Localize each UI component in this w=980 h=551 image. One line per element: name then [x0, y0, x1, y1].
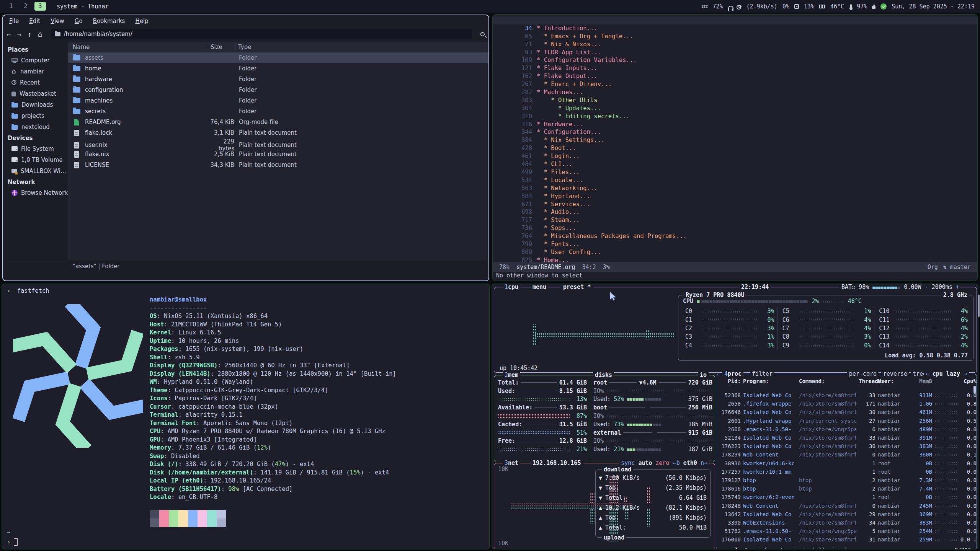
line-number: 799	[514, 240, 532, 248]
sidebar-item[interactable]: nextcloud	[3, 121, 68, 132]
process-row[interactable]: 178248 Web Content /nix/store/sm8fmrf3wp…	[716, 501, 977, 510]
process-row[interactable]: 3390 WebExtensions /nix/store/sm8fmrf3wp…	[716, 518, 977, 527]
menu-item[interactable]: Go	[75, 18, 83, 24]
path-text[interactable]: /home/nambiar/system/	[64, 31, 132, 37]
process-row[interactable]: 176223 Isolated Web Co /nix/store/sm8fmr…	[716, 442, 977, 450]
sidebar-item[interactable]: Downloads	[3, 99, 68, 110]
search-icon[interactable]	[480, 32, 485, 36]
file-row[interactable]: LICENSE 34,3 KiB Plain text document	[68, 160, 488, 170]
path-bar[interactable]: /home/nambiar/system/	[51, 29, 472, 39]
sidebar-item[interactable]: Browse Network	[3, 187, 68, 198]
process-row[interactable]: 13642 Isolated Web Co /nix/store/sm8fmrf…	[716, 510, 977, 518]
status-ok-icon[interactable]	[880, 3, 887, 10]
clock[interactable]: Sun, 28 Sep 2025 - 22:19	[892, 3, 975, 10]
proc-tab[interactable]: 4proc	[722, 370, 743, 377]
io-tab[interactable]: io	[698, 372, 709, 378]
screen-edge-scrollbar[interactable]	[978, 295, 980, 317]
reverse-button[interactable]: reverse	[881, 370, 909, 377]
col-command[interactable]: Command:	[799, 378, 856, 390]
file-row[interactable]: configuration Folder	[68, 85, 488, 95]
sidebar-item[interactable]: projects	[3, 110, 68, 121]
process-row[interactable]: 51762 .emacs-31.0.50- /nix/store/wnqz5pa…	[716, 527, 977, 535]
preset-tab[interactable]: preset *	[561, 284, 593, 290]
filter-button[interactable]: filter	[750, 370, 774, 377]
column-header-size[interactable]: Size	[208, 43, 236, 51]
up-button[interactable]: ↑	[28, 30, 32, 38]
process-cpu-graph	[934, 496, 957, 499]
signals-key[interactable]: signals	[828, 547, 851, 549]
file-row[interactable]: secrets Folder	[68, 106, 488, 117]
column-header-type[interactable]: Type	[236, 43, 488, 51]
col-threads[interactable]: Threads:	[859, 378, 875, 390]
net-next-button[interactable]: n→	[701, 460, 707, 466]
sort-selector[interactable]: ← cpu lazy →	[924, 370, 969, 377]
sidebar-item[interactable]: SMALLBOX Wi...	[3, 165, 68, 176]
back-button[interactable]: ←	[7, 30, 11, 38]
per-core-button[interactable]: per-core	[847, 370, 879, 377]
process-row[interactable]: 52134 Isolated Web Co /nix/store/sm8fmrf…	[716, 434, 977, 442]
process-row[interactable]: 176000 Isolated Web Co /nix/store/sm8fmr…	[716, 535, 977, 544]
mem-tab[interactable]: 2mem	[503, 372, 520, 378]
file-row[interactable]: home Folder	[68, 63, 488, 74]
net-zero-button[interactable]: zero	[656, 460, 670, 466]
sidebar-item[interactable]: Wastebasket	[3, 88, 68, 99]
net-prev-button[interactable]: ←b	[673, 460, 680, 466]
interval-minus[interactable]: -	[925, 284, 928, 290]
cpu-tab[interactable]: 1cpu	[503, 284, 520, 290]
org-heading-line[interactable]: 34* Introduction...	[493, 16, 977, 24]
process-row[interactable]: 179127 btop btop 2 nambiar 7.3M 0.0	[716, 476, 977, 484]
workspace-button[interactable]: 3	[34, 2, 46, 11]
idle-inhibit-icon[interactable]: zzz	[701, 4, 708, 9]
file-row[interactable]: machines Folder	[68, 95, 488, 106]
file-row[interactable]: flake.lock 3,1 KiB Plain text document	[68, 127, 488, 138]
file-row[interactable]: user.nix 229 bytes Plain text document	[68, 138, 488, 149]
process-row[interactable]: 177257 kworker/10:1-mm_ 1 root 0B 0.0	[716, 468, 977, 476]
process-row[interactable]: 175749 kworker/6:2-even 1 root 0B 0.0	[716, 493, 977, 501]
sidebar-item[interactable]: Recent	[3, 77, 68, 88]
sidebar-item[interactable]: ⌂ nambiar	[3, 66, 68, 77]
menu-item[interactable]: File	[9, 18, 19, 24]
sidebar-item[interactable]: File System	[3, 143, 68, 154]
menu-item[interactable]: Help	[135, 18, 148, 24]
file-row[interactable]: README.org 76,4 KiB Org-mode file	[68, 117, 488, 127]
process-row[interactable]: 178616 btop btop 2 nambiar 7.4M 0.0	[716, 484, 977, 493]
terminate-key[interactable]: terminate	[780, 547, 809, 549]
file-row[interactable]: hardware Folder	[68, 74, 488, 85]
process-row[interactable]: 2660 .emacs-31.0.50- /nix/store/wnqz5pa8…	[716, 425, 977, 434]
workspace-button[interactable]: 2	[20, 2, 31, 11]
process-row[interactable]: 52368 Isolated Web Co /nix/store/sm8fmrf…	[716, 391, 977, 399]
thunar-window[interactable]: FileEditViewGoBookmarksHelp ← → ↑ ⌂ /hom…	[2, 15, 489, 281]
process-row[interactable]: 178294 Web Content /nix/store/sm8fmrf3wp…	[716, 450, 977, 459]
info-key[interactable]: info ↵	[758, 547, 777, 549]
file-row[interactable]: flake.nix 2,5 KiB Plain text document	[68, 149, 488, 160]
col-mem[interactable]: MemB	[908, 378, 932, 390]
btop-terminal[interactable]: 1cpu menu preset * 22:19:44 BAT○ 98% ■■■…	[492, 284, 978, 549]
emacs-window[interactable]: 34* Introduction... 65 * Emacs + Org + T…	[492, 14, 978, 281]
disks-tab[interactable]: disks	[593, 372, 614, 378]
col-user[interactable]: User:	[878, 378, 906, 390]
process-row[interactable]: 2658 .firefox-wrappe /nix/store/sm8fmrf3…	[716, 399, 977, 408]
workspace-button[interactable]: 1	[5, 2, 17, 11]
fastfetch-terminal[interactable]: › fastfetch nambiar@smallbox -----------…	[2, 284, 490, 549]
interval-plus[interactable]: +	[956, 284, 959, 290]
kill-key[interactable]: kill	[812, 547, 825, 549]
process-row[interactable]: 38936 kworker/u64:6-kc 1 root 0B 0.0	[716, 459, 977, 468]
process-row[interactable]: 2601 .Hyprland-wrapp /run/current-system…	[716, 417, 977, 425]
file-row[interactable]: assets Folder	[68, 52, 488, 63]
forward-button[interactable]: →	[17, 30, 21, 38]
net-auto-button[interactable]: auto	[638, 460, 652, 466]
shell-prompt-empty[interactable]: ›	[7, 538, 18, 546]
process-row[interactable]: 176646 Isolated Web Co /nix/store/sm8fmr…	[716, 408, 977, 416]
net-sync-button[interactable]: sync	[621, 460, 635, 466]
menu-item[interactable]: Bookmarks	[93, 18, 125, 24]
col-program[interactable]: Program:	[743, 378, 797, 390]
proc-scrollbar-thumb[interactable]	[973, 386, 976, 393]
sidebar-item[interactable]: 1,0 TB Volume	[3, 154, 68, 165]
column-header-name[interactable]: Name	[68, 43, 208, 51]
menu-item[interactable]: View	[51, 18, 64, 24]
sidebar-item[interactable]: Computer	[3, 55, 68, 66]
col-pid[interactable]: Pid:	[719, 378, 741, 390]
menu-item[interactable]: Edit	[29, 18, 40, 24]
home-button[interactable]: ⌂	[38, 29, 42, 39]
menu-tab[interactable]: menu	[531, 284, 548, 290]
